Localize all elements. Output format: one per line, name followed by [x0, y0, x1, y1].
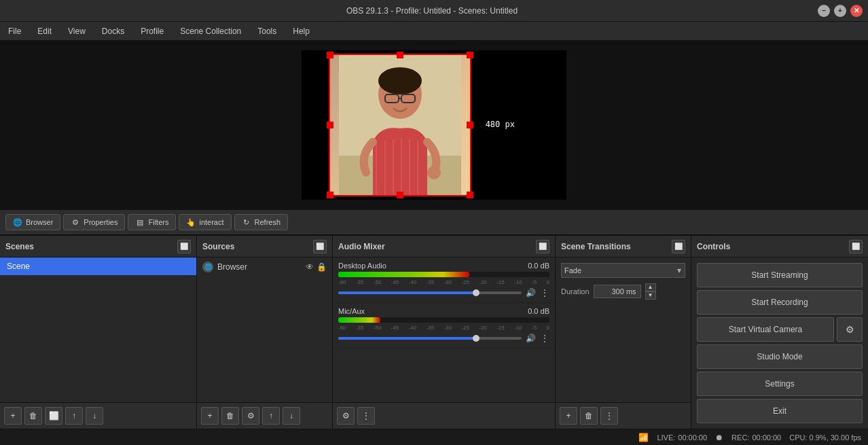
network-icon: 📶	[638, 433, 649, 442]
menu-edit[interactable]: Edit	[35, 25, 54, 37]
toolbar: 🌐 Browser ⚙ Properties ▤ Filters 👆 inter…	[0, 209, 868, 235]
maximize-button[interactable]: +	[834, 5, 846, 17]
start-virtual-camera-button[interactable]: Start Virtual Camera	[697, 317, 834, 342]
audio-footer: ⚙ ⋮	[333, 402, 555, 429]
scenes-footer: + 🗑 ⬜ ↑ ↓	[0, 402, 196, 429]
record-icon: ⏺	[715, 433, 723, 442]
add-transition-button[interactable]: +	[560, 407, 577, 425]
mic-aux-track: Mic/Aux 0.0 dB -60-35-50-45-40-35-30-25-…	[333, 303, 555, 349]
audio-tracks: Desktop Audio 0.0 dB -60-35-50-45-40-35-…	[333, 257, 555, 402]
move-source-down-button[interactable]: ↓	[283, 407, 300, 425]
refresh-icon: ↻	[242, 217, 251, 227]
transitions-content: Fade Cut Slide Duration ▲ ▼	[556, 257, 691, 305]
browser-button[interactable]: 🌐 Browser	[5, 214, 60, 230]
move-scene-up-button[interactable]: ↑	[65, 407, 83, 425]
duration-spinners: ▲ ▼	[645, 283, 656, 300]
exit-button[interactable]: Exit	[697, 399, 863, 423]
controls-collapse-button[interactable]: ⬜	[849, 240, 863, 253]
menu-docks[interactable]: Docks	[99, 25, 127, 37]
controls-title: Controls	[697, 242, 730, 251]
status-cpu: CPU: 0.9%, 30.00 fps	[789, 433, 861, 442]
titlebar-controls: – + ✕	[818, 5, 863, 17]
menu-profile[interactable]: Profile	[138, 25, 166, 37]
scenes-collapse-button[interactable]: ⬜	[177, 240, 191, 253]
source-eye-button[interactable]: 👁	[306, 262, 314, 272]
titlebar-title: OBS 29.1.3 - Profile: Untitled - Scenes:…	[46, 6, 818, 16]
mic-mute-button[interactable]: 🔊	[526, 334, 536, 343]
desktop-mute-button[interactable]: 🔊	[526, 288, 536, 298]
browser-source-icon: 🌐	[202, 262, 213, 272]
live-label: LIVE:	[657, 433, 675, 442]
move-scene-down-button[interactable]: ↓	[86, 407, 103, 425]
interact-button[interactable]: 👆 interact	[179, 214, 231, 230]
duration-label: Duration	[561, 287, 590, 296]
filter-scene-button[interactable]: ⬜	[45, 407, 62, 425]
source-settings-button[interactable]: ⚙	[242, 407, 259, 425]
desktop-audio-name: Desktop Audio	[338, 262, 386, 270]
desktop-more-button[interactable]: ⋮	[540, 287, 549, 298]
status-rec: REC: 00:00:00	[731, 433, 781, 442]
studio-mode-button[interactable]: Studio Mode	[697, 344, 863, 369]
remove-scene-button[interactable]: 🗑	[24, 407, 42, 425]
audio-settings-button[interactable]: ⚙	[337, 407, 355, 425]
menu-scene-collection[interactable]: Scene Collection	[177, 25, 244, 37]
mic-volume-fill	[338, 337, 476, 340]
svg-point-3	[378, 67, 422, 94]
duration-up-button[interactable]: ▲	[645, 283, 656, 291]
statusbar: 📶 LIVE: 00:00:00 ⏺ REC: 00:00:00 CPU: 0.…	[0, 429, 868, 445]
transitions-collapse-button[interactable]: ⬜	[672, 240, 685, 253]
source-controls: 👁 🔒	[306, 262, 327, 272]
add-scene-button[interactable]: +	[4, 407, 22, 425]
transition-select-wrap: Fade Cut Slide	[561, 263, 685, 278]
move-source-up-button[interactable]: ↑	[262, 407, 280, 425]
svg-point-7	[427, 166, 441, 179]
add-source-button[interactable]: +	[201, 407, 219, 425]
scenes-panel: Scenes ⬜ Scene + 🗑 ⬜ ↑ ↓	[0, 236, 197, 429]
mic-aux-meter	[338, 317, 549, 323]
desktop-audio-meter-labels: -60-35-50-45-40-35-30-25-20-15-10-50	[338, 279, 549, 285]
mic-more-button[interactable]: ⋮	[540, 333, 549, 344]
desktop-volume-slider[interactable]	[338, 291, 522, 294]
status-network: 📶	[638, 433, 649, 442]
preview-canvas[interactable]: 480 px	[302, 50, 566, 200]
menu-help[interactable]: Help	[290, 25, 312, 37]
remove-source-button[interactable]: 🗑	[221, 407, 239, 425]
source-item[interactable]: 🌐 Browser 👁 🔒	[197, 257, 332, 277]
rec-time: 00:00:00	[752, 433, 781, 442]
mic-aux-db: 0.0 dB	[528, 307, 549, 315]
duration-down-button[interactable]: ▼	[645, 291, 656, 300]
transition-more-button[interactable]: ⋮	[600, 407, 618, 425]
menu-view[interactable]: View	[65, 25, 88, 37]
controls-panel-header: Controls ⬜	[691, 236, 868, 257]
source-lock-button[interactable]: 🔒	[317, 262, 327, 272]
mic-volume-slider[interactable]	[338, 337, 522, 340]
menubar: File Edit View Docks Profile Scene Colle…	[0, 22, 868, 41]
status-live: LIVE: 00:00:00	[657, 433, 707, 442]
audio-collapse-button[interactable]: ⬜	[536, 240, 549, 253]
start-streaming-button[interactable]: Start Streaming	[697, 263, 863, 287]
minimize-button[interactable]: –	[818, 5, 830, 17]
close-button[interactable]: ✕	[850, 5, 863, 17]
desktop-audio-header: Desktop Audio 0.0 dB	[338, 262, 549, 270]
refresh-button[interactable]: ↻ Refresh	[234, 214, 289, 230]
filters-button[interactable]: ▤ Filters	[128, 214, 176, 230]
settings-button[interactable]: Settings	[697, 372, 863, 396]
sources-panel: Sources ⬜ 🌐 Browser 👁 🔒 + 🗑 ⚙ ↑ ↓	[197, 236, 333, 429]
menu-tools[interactable]: Tools	[255, 25, 279, 37]
remove-transition-button[interactable]: 🗑	[580, 407, 598, 425]
virtual-camera-settings-button[interactable]: ⚙	[837, 317, 863, 342]
menu-file[interactable]: File	[5, 25, 24, 37]
duration-input[interactable]	[594, 285, 641, 298]
preview-video	[329, 54, 471, 196]
transition-select[interactable]: Fade Cut Slide	[561, 263, 685, 278]
start-recording-button[interactable]: Start Recording	[697, 290, 863, 315]
properties-button[interactable]: ⚙ Properties	[63, 214, 125, 230]
scenes-list: Scene	[0, 257, 196, 402]
audio-panel: Audio Mixer ⬜ Desktop Audio 0.0 dB -60-3…	[333, 236, 556, 429]
audio-more-button[interactable]: ⋮	[357, 407, 375, 425]
sources-collapse-button[interactable]: ⬜	[313, 240, 327, 253]
virtual-camera-row: Start Virtual Camera ⚙	[697, 317, 863, 342]
scene-item[interactable]: Scene	[0, 257, 196, 275]
desktop-audio-meter	[338, 272, 549, 277]
transitions-footer: + 🗑 ⋮	[556, 402, 691, 429]
